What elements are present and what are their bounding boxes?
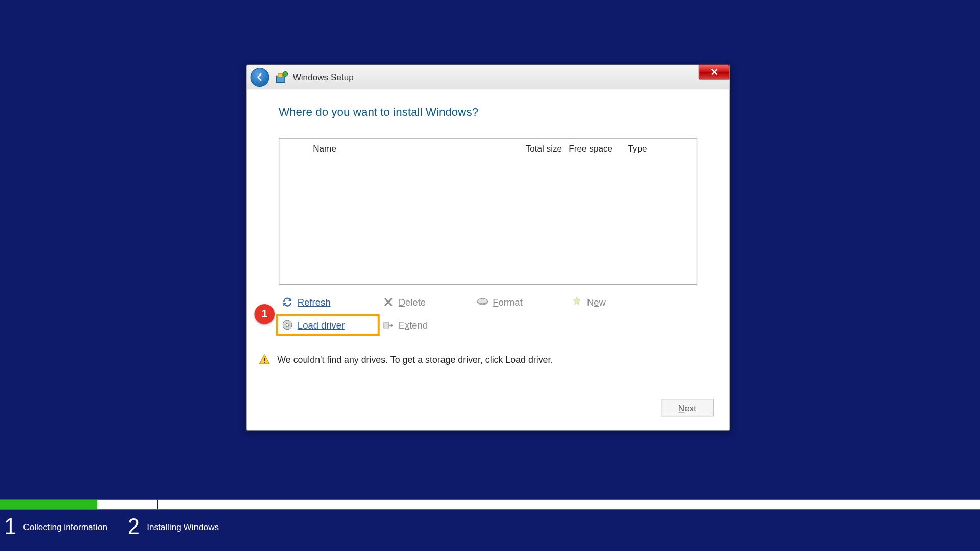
svg-point-2 — [283, 71, 288, 76]
drive-list-header: Name Total size Free space Type — [279, 139, 697, 158]
step-2-label: Installing Windows — [146, 521, 219, 532]
annotation-callout-1: 1 — [254, 304, 275, 324]
svg-rect-1 — [278, 73, 283, 77]
progress-fill — [0, 500, 97, 509]
drive-actions: Refresh Delete Format — [279, 294, 697, 336]
progress-separator — [157, 500, 158, 509]
load-driver-button[interactable]: Load driver — [279, 317, 348, 333]
delete-label: Delete — [399, 297, 426, 308]
extend-label: Extend — [399, 319, 428, 330]
delete-icon — [382, 296, 395, 308]
warning-icon — [258, 353, 271, 365]
col-name: Name — [313, 143, 508, 153]
load-driver-label: Load driver — [298, 319, 345, 330]
extend-button[interactable]: Extend — [380, 314, 431, 336]
step-1: 1 Collecting information — [4, 515, 107, 538]
new-icon — [571, 296, 583, 308]
arrow-left-icon — [255, 72, 265, 82]
svg-rect-9 — [264, 362, 265, 363]
next-button[interactable]: Next — [661, 399, 714, 416]
window-title: Windows Setup — [293, 72, 354, 82]
setup-steps: 1 Collecting information 2 Installing Wi… — [4, 515, 219, 538]
page-heading: Where do you want to install Windows? — [279, 106, 697, 119]
close-button[interactable] — [699, 65, 730, 80]
windows-setup-icon — [275, 70, 288, 84]
col-type: Type — [628, 143, 697, 153]
disc-icon — [281, 319, 293, 331]
load-driver-highlight: Load driver — [276, 314, 380, 336]
close-icon — [710, 68, 718, 76]
new-label: New — [587, 297, 606, 308]
delete-button[interactable]: Delete — [380, 294, 429, 310]
svg-rect-7 — [384, 323, 389, 328]
svg-rect-8 — [264, 358, 265, 361]
back-button[interactable] — [251, 68, 270, 87]
refresh-label: Refresh — [298, 297, 331, 308]
extend-icon — [382, 319, 395, 331]
step-1-label: Collecting information — [23, 521, 107, 532]
warning-row: We couldn't find any drives. To get a st… — [258, 353, 697, 365]
titlebar: Windows Setup — [247, 65, 730, 89]
setup-dialog: Windows Setup Where do you want to insta… — [246, 65, 730, 431]
refresh-icon — [281, 296, 293, 308]
col-total: Total size — [508, 143, 569, 153]
format-icon — [477, 296, 489, 308]
step-2-number: 2 — [128, 515, 140, 538]
col-free: Free space — [569, 143, 628, 153]
refresh-button[interactable]: Refresh — [279, 294, 333, 310]
step-1-number: 1 — [4, 515, 16, 538]
drive-list[interactable]: Name Total size Free space Type — [279, 138, 697, 284]
format-button[interactable]: Format — [474, 294, 525, 310]
format-label: Format — [493, 297, 522, 308]
svg-point-4 — [478, 298, 488, 304]
new-button[interactable]: New — [568, 294, 608, 310]
svg-point-6 — [286, 323, 289, 327]
step-2: 2 Installing Windows — [128, 515, 219, 538]
progress-strip — [0, 500, 980, 509]
warning-text: We couldn't find any drives. To get a st… — [277, 354, 553, 364]
